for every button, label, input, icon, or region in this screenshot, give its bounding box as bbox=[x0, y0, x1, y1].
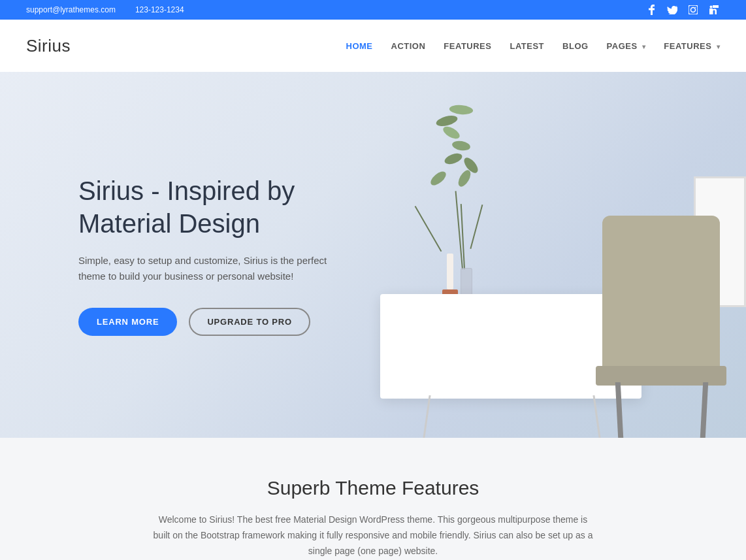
nav-link-blog[interactable]: BLOG bbox=[562, 41, 589, 51]
hero-title: Sirius - Inspired by Material Design bbox=[78, 174, 366, 240]
chair-back bbox=[602, 216, 720, 372]
nav-item-home[interactable]: HOME bbox=[346, 40, 373, 52]
svg-rect-0 bbox=[689, 5, 698, 14]
candle-body bbox=[447, 254, 453, 289]
chair bbox=[583, 216, 726, 438]
phone-label: 123-123-1234 bbox=[135, 5, 184, 14]
learn-more-button[interactable]: LEARN MORE bbox=[78, 308, 177, 336]
leaf-8 bbox=[449, 104, 473, 115]
nav-link-latest[interactable]: LATEST bbox=[510, 41, 544, 51]
svg-rect-8 bbox=[709, 9, 712, 14]
leaf-1 bbox=[429, 169, 448, 188]
twitter-icon[interactable] bbox=[666, 4, 678, 16]
nav-item-latest[interactable]: LATEST bbox=[510, 40, 544, 52]
hero-content: Sirius - Inspired by Material Design Sim… bbox=[0, 174, 366, 336]
svg-point-7 bbox=[710, 6, 713, 8]
leaf-4 bbox=[441, 124, 461, 141]
nav-link-features[interactable]: FEATURES bbox=[444, 41, 491, 51]
email-label: support@lyrathemes.com bbox=[26, 5, 116, 14]
nav-link-action[interactable]: ACTION bbox=[391, 41, 426, 51]
hero-subtitle: Simple, easy to setup and customize, Sir… bbox=[78, 253, 353, 284]
top-bar: support@lyrathemes.com 123-123-1234 bbox=[0, 0, 746, 20]
features-description: Welcome to Sirius! The best free Materia… bbox=[151, 512, 595, 560]
svg-point-1 bbox=[691, 8, 696, 12]
leaf-2 bbox=[443, 152, 463, 167]
nav-item-blog[interactable]: BLOG bbox=[562, 40, 589, 52]
desk-scene bbox=[341, 124, 746, 438]
nav-links: HOME ACTION FEATURES LATEST BLOG PAGES ▾… bbox=[346, 40, 721, 52]
desk-leg-left bbox=[423, 395, 430, 438]
nav-item-action[interactable]: ACTION bbox=[391, 40, 426, 52]
nav-item-pages[interactable]: PAGES ▾ bbox=[607, 40, 646, 52]
instagram-icon[interactable] bbox=[687, 4, 699, 16]
features-section: Superb Theme Features Welcome to Sirius!… bbox=[0, 438, 746, 560]
site-logo[interactable]: Sirius bbox=[26, 36, 71, 56]
hero-image-area bbox=[341, 72, 746, 438]
vase bbox=[461, 268, 472, 295]
svg-point-2 bbox=[695, 7, 696, 8]
top-bar-left: support@lyrathemes.com 123-123-1234 bbox=[26, 5, 184, 14]
pages-dropdown-arrow: ▾ bbox=[642, 43, 646, 50]
top-bar-social bbox=[645, 4, 720, 16]
nav-link-home[interactable]: HOME bbox=[346, 41, 373, 51]
hero-buttons: LEARN MORE UPGRADE TO PRO bbox=[78, 308, 366, 336]
candle bbox=[442, 254, 458, 295]
features2-dropdown-arrow: ▾ bbox=[717, 43, 721, 50]
upgrade-button[interactable]: UPGRADE TO PRO bbox=[189, 308, 310, 336]
nav-link-pages[interactable]: PAGES ▾ bbox=[607, 41, 646, 51]
navbar: Sirius HOME ACTION FEATURES LATEST BLOG … bbox=[0, 20, 746, 72]
leaf-3 bbox=[451, 140, 471, 152]
facebook-icon[interactable] bbox=[645, 4, 657, 16]
nav-link-features2[interactable]: FEATURES ▾ bbox=[664, 41, 720, 51]
linkedin-icon[interactable] bbox=[708, 4, 720, 16]
vase-body bbox=[461, 268, 472, 295]
nav-item-features[interactable]: FEATURES bbox=[444, 40, 491, 52]
nav-item-features2[interactable]: FEATURES ▾ bbox=[664, 40, 720, 52]
chair-leg-2 bbox=[615, 382, 623, 438]
chair-leg-1 bbox=[700, 382, 708, 438]
features-title: Superb Theme Features bbox=[26, 477, 720, 499]
hero-section: Sirius - Inspired by Material Design Sim… bbox=[0, 72, 746, 438]
